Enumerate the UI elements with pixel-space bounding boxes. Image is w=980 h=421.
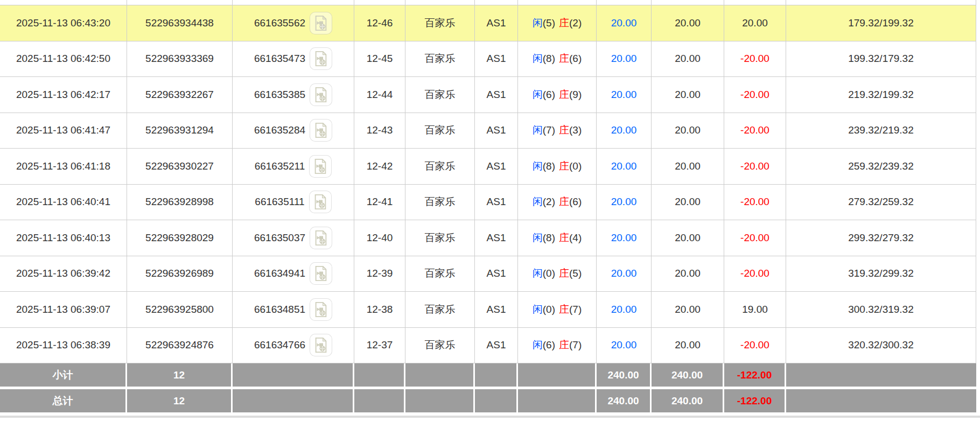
banker-label: 庄 xyxy=(559,123,569,137)
game-number: 661635562 xyxy=(233,5,354,41)
round-number: 12-37 xyxy=(354,328,405,363)
bet-records-table: 2025-11-13 06:43:20 522963934438 6616355… xyxy=(0,0,976,412)
bet-amount-cell: 20.00 xyxy=(597,113,652,149)
video-replay-button[interactable] xyxy=(310,227,332,249)
video-replay-button[interactable] xyxy=(310,12,332,34)
banker-points: (0) xyxy=(569,160,582,172)
bet-amount-link[interactable]: 20.00 xyxy=(611,160,637,172)
player-points: (7) xyxy=(543,124,555,136)
table-name: AS1 xyxy=(475,41,518,77)
subtotal-row: 小计 12 240.00 240.00 -122.00 xyxy=(0,363,976,387)
total-winloss: -122.00 xyxy=(724,389,786,412)
video-file-icon xyxy=(313,265,329,282)
game-number-text: 661635037 xyxy=(254,232,305,244)
banker-points: (6) xyxy=(569,53,582,65)
video-file-icon xyxy=(312,158,328,174)
table-name: AS1 xyxy=(475,149,518,184)
round-number: 12-41 xyxy=(354,185,405,220)
table-row: 2025-11-13 06:38:39 522963924876 6616347… xyxy=(0,328,976,364)
balance: 279.32/259.32 xyxy=(786,185,976,220)
bet-amount-link[interactable]: 20.00 xyxy=(611,124,637,136)
balance: 259.32/239.32 xyxy=(786,149,976,184)
bet-amount-link[interactable]: 20.00 xyxy=(611,304,637,315)
banker-label: 庄 xyxy=(559,16,569,30)
valid-bet: 20.00 xyxy=(652,149,724,184)
player-points: (5) xyxy=(543,17,555,29)
video-replay-button[interactable] xyxy=(310,298,332,321)
valid-bet: 20.00 xyxy=(652,185,724,220)
game-type: 百家乐 xyxy=(405,41,475,77)
balance: 179.32/199.32 xyxy=(786,5,976,41)
video-replay-button[interactable] xyxy=(310,334,332,356)
round-number: 12-46 xyxy=(354,5,405,41)
video-file-icon xyxy=(313,230,329,246)
bet-time: 2025-11-13 06:40:13 xyxy=(0,220,127,256)
player-points: (8) xyxy=(543,160,555,172)
banker-points: (9) xyxy=(569,89,582,101)
subtotal-count: 12 xyxy=(127,363,233,387)
bet-amount-link[interactable]: 20.00 xyxy=(611,53,637,65)
bet-time: 2025-11-13 06:39:42 xyxy=(0,256,127,292)
table-row: 2025-11-13 06:40:13 522963928029 6616350… xyxy=(0,220,976,256)
balance: 239.32/219.32 xyxy=(786,113,976,149)
balance: 319.32/299.32 xyxy=(786,256,976,292)
win-loss: -20.00 xyxy=(724,220,786,256)
banker-points: (2) xyxy=(569,17,582,29)
game-number-text: 661635562 xyxy=(254,17,305,29)
game-result: 闲(6) 庄(9) xyxy=(518,77,597,113)
table-name: AS1 xyxy=(475,5,518,41)
bet-time: 2025-11-13 06:43:20 xyxy=(0,5,127,41)
video-replay-button[interactable] xyxy=(310,47,332,70)
banker-label: 庄 xyxy=(559,231,569,245)
subtotal-bet: 240.00 xyxy=(597,363,652,387)
player-points: (8) xyxy=(543,232,555,244)
bet-amount-link[interactable]: 20.00 xyxy=(611,89,637,101)
game-result: 闲(8) 庄(6) xyxy=(518,41,597,77)
game-type: 百家乐 xyxy=(405,220,475,256)
banker-points: (6) xyxy=(569,196,582,208)
bet-amount-link[interactable]: 20.00 xyxy=(611,232,637,244)
game-number-text: 661635473 xyxy=(254,53,305,65)
bet-amount-cell: 20.00 xyxy=(597,77,652,113)
order-number: 522963925800 xyxy=(127,292,233,327)
order-number: 522963931294 xyxy=(127,113,233,149)
win-loss: -20.00 xyxy=(724,185,786,220)
banker-label: 庄 xyxy=(559,338,569,352)
video-replay-button[interactable] xyxy=(310,119,332,142)
round-number: 12-38 xyxy=(354,292,405,327)
game-number: 661634941 xyxy=(233,256,354,292)
bet-amount-link[interactable]: 20.00 xyxy=(611,196,637,208)
order-number: 522963924876 xyxy=(127,328,233,363)
video-replay-button[interactable] xyxy=(309,155,332,178)
game-type: 百家乐 xyxy=(405,5,475,41)
table-row: 2025-11-13 06:41:18 522963930227 6616352… xyxy=(0,149,976,185)
banker-label: 庄 xyxy=(559,266,569,280)
valid-bet: 20.00 xyxy=(652,220,724,256)
bet-time: 2025-11-13 06:40:41 xyxy=(0,185,127,220)
round-number: 12-40 xyxy=(354,220,405,256)
bet-amount-link[interactable]: 20.00 xyxy=(611,268,637,279)
player-points: (6) xyxy=(543,89,555,101)
order-number: 522963930227 xyxy=(127,149,233,184)
video-file-icon xyxy=(313,337,329,353)
game-number: 661634766 xyxy=(233,328,354,363)
video-file-icon xyxy=(313,301,329,318)
video-replay-button[interactable] xyxy=(310,83,332,106)
bet-amount-cell: 20.00 xyxy=(597,185,652,220)
video-replay-button[interactable] xyxy=(309,191,332,213)
game-number-text: 661634941 xyxy=(254,268,305,279)
bet-amount-link[interactable]: 20.00 xyxy=(611,17,637,29)
bet-amount-cell: 20.00 xyxy=(597,149,652,184)
banker-label: 庄 xyxy=(559,159,569,173)
valid-bet: 20.00 xyxy=(652,41,724,77)
video-file-icon xyxy=(312,194,328,210)
bet-time: 2025-11-13 06:39:07 xyxy=(0,292,127,327)
game-type: 百家乐 xyxy=(405,328,475,363)
player-points: (2) xyxy=(543,196,555,208)
game-type: 百家乐 xyxy=(405,77,475,113)
bet-amount-cell: 20.00 xyxy=(597,5,652,41)
video-file-icon xyxy=(313,87,329,103)
video-replay-button[interactable] xyxy=(310,262,332,285)
game-result: 闲(5) 庄(2) xyxy=(518,5,597,41)
bet-amount-link[interactable]: 20.00 xyxy=(611,339,637,351)
